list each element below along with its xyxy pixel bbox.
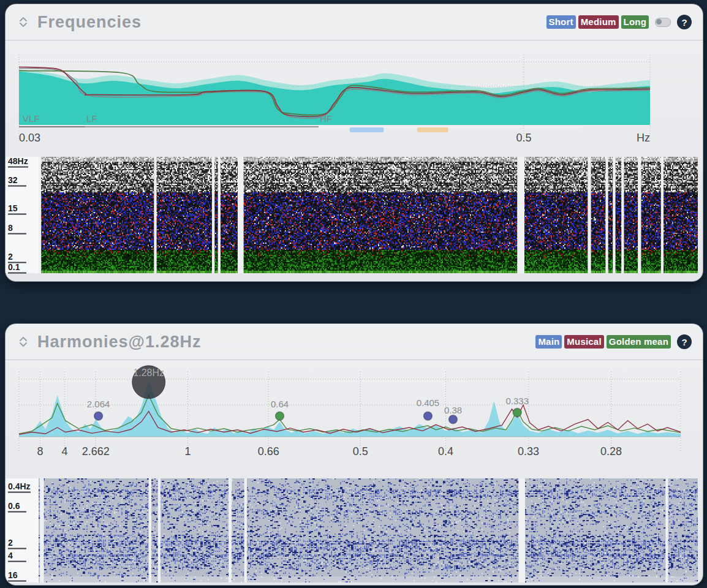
peak-marker-0.38[interactable]: 0.38 bbox=[444, 405, 462, 424]
peak-marker-1.28Hz[interactable]: 1.28Hz bbox=[132, 366, 165, 399]
x-tick-label: 0.28 bbox=[600, 445, 622, 458]
harmonies-spectrogram-row: 0.4Hz0.62416 bbox=[6, 478, 703, 582]
x-tick-label: 2.662 bbox=[82, 445, 110, 458]
axis-segment bbox=[19, 126, 85, 127]
harmonies-spectrogram-y-axis: 0.4Hz0.62416 bbox=[6, 478, 39, 582]
axis-band-marker[interactable] bbox=[350, 127, 384, 132]
spectro-y-label: 32 bbox=[8, 175, 26, 186]
toggle-knob bbox=[656, 19, 662, 24]
peak-label: 2.064 bbox=[87, 399, 110, 409]
selected-peak-label: 1.28Hz bbox=[133, 368, 164, 378]
spectro-y-label: 2 bbox=[8, 538, 26, 549]
mini-toggle-switch[interactable] bbox=[655, 18, 671, 27]
axis-segment bbox=[85, 126, 319, 127]
peak-circle[interactable] bbox=[513, 409, 521, 417]
help-button-harmonies[interactable]: ? bbox=[677, 334, 692, 349]
peak-circle[interactable] bbox=[448, 415, 457, 424]
band-label-hf: HF bbox=[320, 113, 332, 124]
spectro-y-label: 0.6 bbox=[8, 500, 26, 512]
frequencies-legend: Short Medium Long bbox=[544, 15, 649, 29]
spectro-y-label: 4 bbox=[8, 551, 26, 562]
band-label-vlf: VLF bbox=[23, 113, 40, 124]
series-golden-mean bbox=[19, 395, 681, 434]
peak-circle[interactable] bbox=[276, 412, 284, 420]
x-tick-label: Hz bbox=[637, 132, 650, 144]
spectro-y-label: 15 bbox=[8, 203, 26, 214]
help-button-frequencies[interactable]: ? bbox=[677, 15, 692, 29]
x-tick-label: 1 bbox=[184, 445, 191, 458]
legend-golden-mean-badge[interactable]: Golden mean bbox=[607, 335, 671, 349]
band-label-lf: LF bbox=[86, 113, 97, 124]
x-tick-label: 0.03 bbox=[19, 132, 40, 144]
spectro-y-label: 8 bbox=[8, 222, 26, 234]
frequencies-panel: Frequencies Short Medium Long ? VLFLFHF0… bbox=[5, 4, 703, 282]
x-tick-label: 0.5 bbox=[516, 132, 531, 144]
frequencies-spectrogram-canvas[interactable] bbox=[39, 157, 698, 273]
spectro-y-label: 16 bbox=[8, 570, 26, 582]
harmonies-header: Harmonies@1.28Hz Main Musical Golden mea… bbox=[6, 324, 703, 360]
expand-collapse-icon[interactable] bbox=[17, 334, 30, 350]
up-down-chevrons-icon bbox=[18, 336, 28, 348]
frequencies-spectrogram-row: 48Hz3215820.1 bbox=[6, 157, 703, 273]
x-tick-label: 0.66 bbox=[258, 445, 279, 458]
axis-band-marker[interactable] bbox=[417, 127, 448, 132]
frequencies-header: Frequencies Short Medium Long ? bbox=[6, 4, 703, 40]
harmonies-panel: Harmonies@1.28Hz Main Musical Golden mea… bbox=[5, 323, 703, 586]
legend-musical-badge[interactable]: Musical bbox=[564, 335, 603, 349]
x-tick-label: 0.5 bbox=[353, 445, 368, 458]
legend-main-badge[interactable]: Main bbox=[535, 335, 562, 349]
peak-label: 0.64 bbox=[271, 399, 289, 409]
x-tick-label: 0.4 bbox=[438, 445, 453, 458]
peak-circle[interactable] bbox=[94, 412, 103, 420]
harmonies-chart-area[interactable]: 1.28Hz2.0640.640.4050.380.333842.66210.6… bbox=[6, 360, 703, 478]
panel-title-frequencies: Frequencies bbox=[37, 13, 142, 32]
harmonies-spectrogram-canvas[interactable] bbox=[39, 478, 698, 582]
harmonies-chart-svg[interactable]: 1.28Hz2.0640.640.4050.380.333842.66210.6… bbox=[19, 379, 681, 437]
x-tick-label: 4 bbox=[62, 445, 68, 458]
peak-circle[interactable] bbox=[423, 412, 432, 420]
peak-marker-0.405[interactable]: 0.405 bbox=[417, 398, 440, 420]
legend-medium-badge[interactable]: Medium bbox=[578, 15, 619, 29]
peak-label: 0.405 bbox=[417, 398, 440, 408]
spectro-y-label: 0.1 bbox=[8, 262, 26, 274]
x-tick-label: 8 bbox=[37, 445, 43, 458]
legend-long-badge[interactable]: Long bbox=[621, 15, 649, 29]
peak-label: 0.38 bbox=[444, 405, 462, 415]
legend-short-badge[interactable]: Short bbox=[546, 15, 576, 29]
frequencies-chart-svg[interactable]: VLFLFHF0.030.5Hz bbox=[19, 62, 650, 125]
peak-marker-0.64[interactable]: 0.64 bbox=[271, 399, 289, 420]
spectro-y-label: 48Hz bbox=[8, 156, 28, 167]
frequencies-chart-area[interactable]: VLFLFHF0.030.5Hz bbox=[6, 40, 703, 156]
harmonies-legend: Main Musical Golden mean bbox=[533, 335, 671, 349]
spectro-y-label: 0.4Hz bbox=[8, 481, 31, 492]
x-tick-label: 0.33 bbox=[518, 445, 539, 458]
frequencies-spectrogram-y-axis: 48Hz3215820.1 bbox=[6, 157, 39, 273]
expand-collapse-icon[interactable] bbox=[17, 14, 30, 30]
peak-marker-2.064[interactable]: 2.064 bbox=[87, 399, 110, 420]
peak-label: 0.333 bbox=[505, 396, 529, 406]
panel-title-harmonies: Harmonies@1.28Hz bbox=[37, 333, 201, 352]
up-down-chevrons-icon bbox=[18, 16, 28, 28]
